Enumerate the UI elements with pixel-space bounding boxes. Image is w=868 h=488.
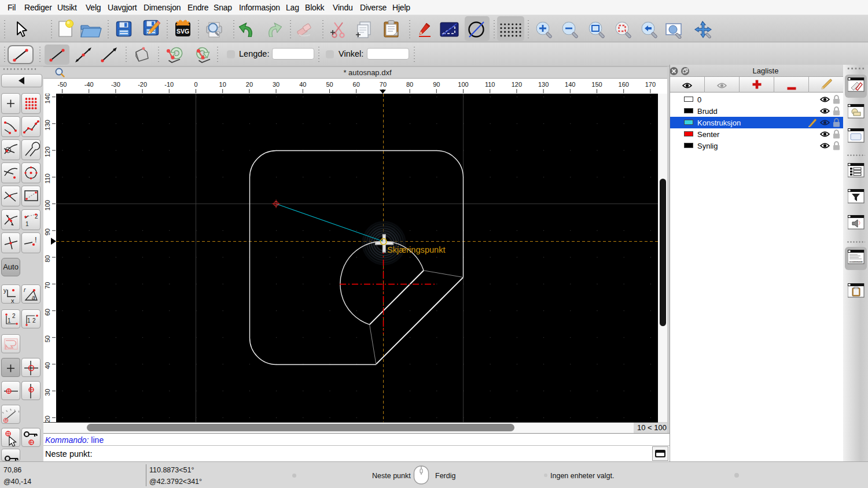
svg-text:30: 30 <box>273 81 279 88</box>
svg-text:100: 100 <box>44 200 51 210</box>
svg-text:160: 160 <box>619 81 629 88</box>
svg-text:60: 60 <box>44 309 51 316</box>
svg-text:1: 1 <box>8 317 11 324</box>
svg-text:-40: -40 <box>84 81 94 88</box>
svg-text:x: x <box>11 297 14 303</box>
svg-text:Skjæringspunkt: Skjæringspunkt <box>387 245 446 254</box>
svg-text:80: 80 <box>44 255 51 262</box>
svg-text:-30: -30 <box>111 81 120 88</box>
svg-text:y: y <box>3 287 7 294</box>
svg-text:-50: -50 <box>58 81 67 88</box>
svg-text:40: 40 <box>299 81 306 88</box>
svg-text:c command: c command <box>850 260 862 263</box>
svg-text:70: 70 <box>44 282 51 289</box>
svg-text:30: 30 <box>44 389 51 395</box>
svg-text:!: ! <box>35 235 37 244</box>
svg-text:120: 120 <box>44 146 51 157</box>
svg-text:2: 2 <box>12 313 16 319</box>
svg-text:130: 130 <box>538 81 549 88</box>
svg-text:70: 70 <box>380 81 387 88</box>
svg-text:80: 80 <box>406 81 413 88</box>
svg-text:2: 2 <box>32 317 36 324</box>
svg-text:SVG: SVG <box>176 28 189 35</box>
svg-text:10: 10 <box>219 81 226 88</box>
svg-text:1: 1 <box>27 317 31 324</box>
svg-text:100: 100 <box>458 81 468 88</box>
svg-text:140: 140 <box>565 81 575 88</box>
svg-text:150: 150 <box>591 81 602 88</box>
svg-text:20: 20 <box>44 416 51 422</box>
svg-text:50: 50 <box>44 335 51 342</box>
svg-text:110: 110 <box>44 173 51 184</box>
svg-text:-20: -20 <box>138 81 147 88</box>
svg-text:90: 90 <box>44 228 51 235</box>
svg-text:140: 140 <box>44 94 51 103</box>
svg-text:0: 0 <box>194 81 197 88</box>
svg-text:130: 130 <box>44 120 51 130</box>
svg-text:r: r <box>24 287 26 293</box>
svg-text:a: a <box>32 294 35 301</box>
svg-text:120: 120 <box>512 81 522 88</box>
svg-text:20: 20 <box>246 81 253 88</box>
svg-text:60: 60 <box>353 81 360 88</box>
svg-text:-10: -10 <box>164 81 174 88</box>
svg-text:1: 1 <box>25 221 29 227</box>
svg-text:170: 170 <box>645 81 656 88</box>
svg-text:50: 50 <box>326 81 333 88</box>
svg-text:40: 40 <box>44 362 51 369</box>
svg-text:90: 90 <box>433 81 440 88</box>
svg-text:110: 110 <box>485 81 495 88</box>
